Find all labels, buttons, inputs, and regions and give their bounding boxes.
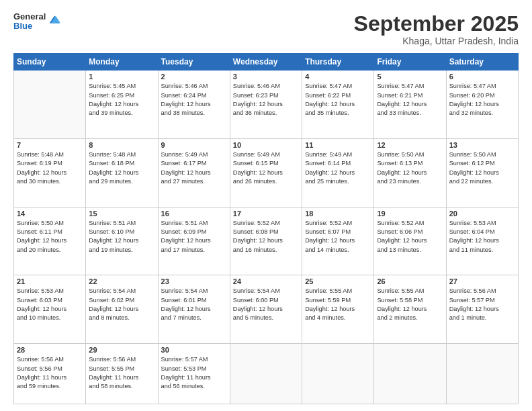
calendar-day-cell: 14Sunrise: 5:50 AM Sunset: 6:11 PM Dayli… — [14, 207, 86, 275]
day-number: 7 — [17, 141, 83, 149]
day-info: Sunrise: 5:48 AM Sunset: 6:18 PM Dayligh… — [89, 150, 154, 186]
day-number: 8 — [89, 141, 154, 149]
calendar-day-cell: 16Sunrise: 5:51 AM Sunset: 6:09 PM Dayli… — [158, 207, 230, 275]
calendar-day-cell: 28Sunrise: 5:56 AM Sunset: 5:56 PM Dayli… — [14, 344, 86, 404]
day-number: 22 — [89, 277, 154, 285]
day-number: 14 — [17, 210, 83, 218]
calendar-table: SundayMondayTuesdayWednesdayThursdayFrid… — [13, 53, 519, 404]
day-number: 17 — [233, 210, 299, 218]
day-number: 13 — [449, 141, 515, 149]
day-info: Sunrise: 5:46 AM Sunset: 6:24 PM Dayligh… — [161, 82, 227, 118]
title-block: September 2025 Khaga, Uttar Pradesh, Ind… — [354, 12, 519, 46]
subtitle: Khaga, Uttar Pradesh, India — [354, 36, 519, 46]
day-number: 12 — [377, 141, 443, 149]
day-info: Sunrise: 5:53 AM Sunset: 6:04 PM Dayligh… — [449, 219, 515, 255]
day-info: Sunrise: 5:56 AM Sunset: 5:56 PM Dayligh… — [17, 355, 83, 391]
day-number: 15 — [89, 210, 154, 218]
calendar-day-cell: 4Sunrise: 5:47 AM Sunset: 6:22 PM Daylig… — [302, 71, 374, 139]
day-number: 5 — [377, 73, 443, 81]
calendar-day-cell: 29Sunrise: 5:56 AM Sunset: 5:55 PM Dayli… — [86, 344, 158, 404]
calendar-week-row: 28Sunrise: 5:56 AM Sunset: 5:56 PM Dayli… — [14, 344, 519, 404]
calendar-week-row: 21Sunrise: 5:53 AM Sunset: 6:03 PM Dayli… — [14, 275, 519, 344]
calendar-day-cell: 10Sunrise: 5:49 AM Sunset: 6:15 PM Dayli… — [230, 138, 302, 207]
weekday-header: Monday — [86, 54, 158, 71]
day-number: 30 — [161, 346, 227, 354]
calendar-week-row: 1Sunrise: 5:45 AM Sunset: 6:25 PM Daylig… — [14, 71, 519, 139]
day-info: Sunrise: 5:50 AM Sunset: 6:11 PM Dayligh… — [17, 219, 83, 255]
day-number: 3 — [233, 73, 299, 81]
calendar-week-row: 7Sunrise: 5:48 AM Sunset: 6:19 PM Daylig… — [14, 138, 519, 207]
calendar-day-cell: 2Sunrise: 5:46 AM Sunset: 6:24 PM Daylig… — [158, 71, 230, 139]
day-info: Sunrise: 5:47 AM Sunset: 6:22 PM Dayligh… — [305, 82, 371, 118]
day-number: 26 — [377, 277, 443, 285]
day-number: 29 — [89, 346, 154, 354]
day-number: 18 — [305, 210, 371, 218]
day-number: 21 — [17, 277, 83, 285]
calendar-day-cell: 3Sunrise: 5:46 AM Sunset: 6:23 PM Daylig… — [230, 71, 302, 139]
day-number: 24 — [233, 277, 299, 285]
day-info: Sunrise: 5:52 AM Sunset: 6:07 PM Dayligh… — [305, 219, 371, 255]
day-info: Sunrise: 5:50 AM Sunset: 6:12 PM Dayligh… — [449, 150, 515, 186]
header: General Blue September 2025 Khaga, Uttar… — [13, 12, 519, 46]
day-info: Sunrise: 5:54 AM Sunset: 6:02 PM Dayligh… — [89, 287, 154, 322]
logo-general: General — [13, 12, 46, 21]
logo-text: General Blue — [13, 12, 46, 32]
day-number: 28 — [17, 346, 83, 354]
day-info: Sunrise: 5:51 AM Sunset: 6:09 PM Dayligh… — [161, 219, 227, 255]
day-number: 2 — [161, 73, 227, 81]
logo: General Blue — [13, 12, 60, 32]
day-info: Sunrise: 5:50 AM Sunset: 6:13 PM Dayligh… — [377, 150, 443, 186]
day-info: Sunrise: 5:53 AM Sunset: 6:03 PM Dayligh… — [17, 287, 83, 322]
calendar-day-cell: 17Sunrise: 5:52 AM Sunset: 6:08 PM Dayli… — [230, 207, 302, 275]
weekday-header: Saturday — [446, 54, 518, 71]
weekday-header: Sunday — [14, 54, 86, 71]
month-title: September 2025 — [354, 12, 519, 36]
calendar-day-cell: 9Sunrise: 5:49 AM Sunset: 6:17 PM Daylig… — [158, 138, 230, 207]
day-info: Sunrise: 5:54 AM Sunset: 6:00 PM Dayligh… — [233, 287, 299, 322]
page: General Blue September 2025 Khaga, Uttar… — [0, 0, 532, 411]
day-info: Sunrise: 5:47 AM Sunset: 6:20 PM Dayligh… — [449, 82, 515, 118]
calendar-day-cell — [302, 344, 374, 404]
calendar-day-cell: 24Sunrise: 5:54 AM Sunset: 6:00 PM Dayli… — [230, 275, 302, 344]
calendar-day-cell: 21Sunrise: 5:53 AM Sunset: 6:03 PM Dayli… — [14, 275, 86, 344]
calendar-day-cell: 13Sunrise: 5:50 AM Sunset: 6:12 PM Dayli… — [446, 138, 518, 207]
day-number: 20 — [449, 210, 515, 218]
weekday-header: Wednesday — [230, 54, 302, 71]
calendar-day-cell: 25Sunrise: 5:55 AM Sunset: 5:59 PM Dayli… — [302, 275, 374, 344]
day-info: Sunrise: 5:56 AM Sunset: 5:55 PM Dayligh… — [89, 355, 154, 391]
calendar-day-cell: 18Sunrise: 5:52 AM Sunset: 6:07 PM Dayli… — [302, 207, 374, 275]
day-number: 1 — [89, 73, 154, 81]
logo-icon — [48, 13, 60, 26]
day-number: 27 — [449, 277, 515, 285]
day-info: Sunrise: 5:49 AM Sunset: 6:17 PM Dayligh… — [161, 150, 227, 186]
day-info: Sunrise: 5:46 AM Sunset: 6:23 PM Dayligh… — [233, 82, 299, 118]
day-info: Sunrise: 5:45 AM Sunset: 6:25 PM Dayligh… — [89, 82, 154, 118]
calendar-day-cell — [14, 71, 86, 139]
calendar-day-cell — [446, 344, 518, 404]
logo-blue: Blue — [13, 21, 46, 31]
day-info: Sunrise: 5:49 AM Sunset: 6:15 PM Dayligh… — [233, 150, 299, 186]
day-info: Sunrise: 5:54 AM Sunset: 6:01 PM Dayligh… — [161, 287, 227, 322]
day-number: 23 — [161, 277, 227, 285]
day-info: Sunrise: 5:55 AM Sunset: 5:58 PM Dayligh… — [377, 287, 443, 322]
calendar-day-cell: 7Sunrise: 5:48 AM Sunset: 6:19 PM Daylig… — [14, 138, 86, 207]
day-info: Sunrise: 5:51 AM Sunset: 6:10 PM Dayligh… — [89, 219, 154, 255]
day-number: 25 — [305, 277, 371, 285]
day-info: Sunrise: 5:52 AM Sunset: 6:06 PM Dayligh… — [377, 219, 443, 255]
weekday-header: Tuesday — [158, 54, 230, 71]
day-number: 4 — [305, 73, 371, 81]
calendar-week-row: 14Sunrise: 5:50 AM Sunset: 6:11 PM Dayli… — [14, 207, 519, 275]
calendar-day-cell — [230, 344, 302, 404]
day-number: 11 — [305, 141, 371, 149]
day-info: Sunrise: 5:57 AM Sunset: 5:53 PM Dayligh… — [161, 355, 227, 391]
calendar-day-cell: 19Sunrise: 5:52 AM Sunset: 6:06 PM Dayli… — [374, 207, 446, 275]
calendar-day-cell: 27Sunrise: 5:56 AM Sunset: 5:57 PM Dayli… — [446, 275, 518, 344]
day-info: Sunrise: 5:47 AM Sunset: 6:21 PM Dayligh… — [377, 82, 443, 118]
calendar-day-cell: 6Sunrise: 5:47 AM Sunset: 6:20 PM Daylig… — [446, 71, 518, 139]
weekday-header: Thursday — [302, 54, 374, 71]
calendar-day-cell: 22Sunrise: 5:54 AM Sunset: 6:02 PM Dayli… — [86, 275, 158, 344]
calendar-day-cell: 8Sunrise: 5:48 AM Sunset: 6:18 PM Daylig… — [86, 138, 158, 207]
day-info: Sunrise: 5:52 AM Sunset: 6:08 PM Dayligh… — [233, 219, 299, 255]
day-number: 16 — [161, 210, 227, 218]
calendar-day-cell: 1Sunrise: 5:45 AM Sunset: 6:25 PM Daylig… — [86, 71, 158, 139]
